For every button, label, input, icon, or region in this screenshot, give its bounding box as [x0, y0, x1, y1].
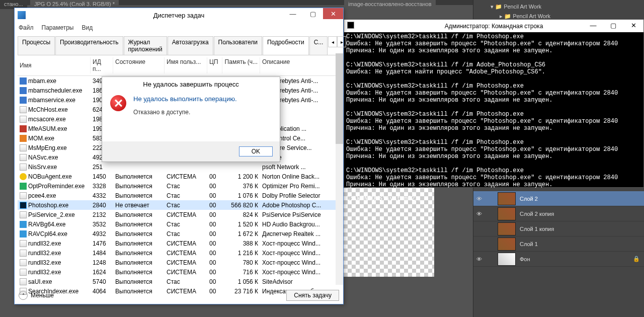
- process-user: Стас: [165, 230, 207, 237]
- process-icon: [20, 230, 27, 237]
- process-icon: [20, 250, 27, 257]
- col-user[interactable]: Имя польз...: [165, 57, 207, 73]
- process-desc: Хост-процесс Wind...: [260, 250, 338, 257]
- process-cpu: 00: [207, 250, 222, 257]
- process-state: Выполняется: [113, 192, 165, 199]
- process-row[interactable]: NOBuAgent.exe1450ВыполняетсяСИСТЕМА001 2…: [18, 172, 340, 181]
- taskmgr-max-button[interactable]: ▢: [303, 8, 323, 19]
- col-name[interactable]: Имя: [18, 57, 91, 73]
- cmd-close-button[interactable]: ✕: [623, 20, 643, 31]
- tab-1[interactable]: Производительность: [55, 36, 123, 55]
- tab-nav-left[interactable]: ◂: [328, 36, 337, 47]
- process-row[interactable]: rundll32.exe1476ВыполняетсяСИСТЕМА00388 …: [18, 239, 340, 248]
- process-cpu: 00: [207, 240, 222, 247]
- process-row[interactable]: OptProReminder.exe3328ВыполняетсяСтас003…: [18, 181, 340, 191]
- taskmgr-min-button[interactable]: —: [283, 8, 303, 19]
- process-desc: Хост-процесс Wind...: [260, 259, 338, 266]
- tab-4[interactable]: Пользователи: [214, 36, 262, 55]
- col-desc[interactable]: Описание: [260, 57, 338, 73]
- process-icon: [20, 183, 27, 190]
- layer-row[interactable]: Слой 1 копия: [473, 221, 644, 236]
- col-state[interactable]: Состояние: [113, 57, 165, 73]
- process-cpu: 00: [207, 192, 222, 199]
- ok-button[interactable]: OK: [239, 146, 273, 156]
- cmd-max-button[interactable]: ▢: [603, 20, 623, 31]
- tab-nav-right[interactable]: ▸: [337, 36, 346, 47]
- process-name: saUI.exe: [28, 278, 52, 285]
- process-state: Выполняется: [113, 240, 165, 247]
- taskmgr-columns: Имя ИД п... Состояние Имя польз... ЦП Па…: [18, 55, 340, 76]
- process-user: СИСТЕМА: [165, 173, 207, 180]
- menu-options[interactable]: Параметры: [42, 24, 74, 31]
- process-name: PsiService_2.exe: [28, 211, 75, 218]
- end-task-button[interactable]: Снять задачу: [286, 290, 339, 301]
- col-pid[interactable]: ИД п...: [91, 57, 113, 73]
- process-pid: 5740: [91, 278, 113, 285]
- process-row[interactable]: PsiService_2.exe2132ВыполняетсяСИСТЕМА00…: [18, 210, 340, 219]
- process-name: pcee4.exe: [28, 192, 56, 199]
- process-user: СИСТЕМА: [165, 240, 207, 247]
- process-user: СИСТЕМА: [165, 269, 207, 276]
- process-name: McChHost.exe: [28, 106, 68, 113]
- process-row[interactable]: NisSrv.exe251psoft Network ...: [18, 162, 340, 172]
- col-mem[interactable]: Память (ч...: [222, 57, 260, 73]
- visibility-icon[interactable]: 👁: [473, 256, 485, 262]
- process-icon: [20, 221, 27, 228]
- layer-group-1[interactable]: ▾ 📁 Pencil Art Work: [479, 2, 638, 12]
- process-row[interactable]: saUI.exe5740ВыполняетсяСтас001 056 КSite…: [18, 277, 340, 286]
- process-name: MfeASUM.exe: [28, 125, 67, 132]
- process-icon: [20, 97, 27, 104]
- layer-row[interactable]: 👁Слой 2 копия: [473, 206, 644, 221]
- ps-doc-tab-restored[interactable]: image-восстановлено-восстанов: [344, 0, 436, 9]
- process-mem: 566 820 К: [222, 202, 260, 209]
- process-desc: Хост-процесс Wind...: [260, 269, 338, 276]
- process-icon: [20, 278, 27, 285]
- menu-file[interactable]: Файл: [19, 24, 34, 31]
- process-row[interactable]: RAVCpl64.exe4932ВыполняетсяСтас001 672 К…: [18, 229, 340, 239]
- process-desc: Optimizer Pro Remi...: [260, 183, 338, 190]
- col-cpu[interactable]: ЦП: [207, 57, 222, 73]
- process-mem: 1 520 К: [222, 221, 260, 228]
- taskmgr-titlebar[interactable]: Диспетчер задач — ▢ ✕: [15, 8, 343, 22]
- cmd-min-button[interactable]: —: [583, 20, 603, 31]
- process-icon: [20, 135, 27, 142]
- taskmgr-close-button[interactable]: ✕: [323, 8, 343, 19]
- process-icon: [20, 269, 27, 276]
- menu-view[interactable]: Вид: [82, 24, 93, 31]
- process-icon: [20, 173, 27, 180]
- process-mem: 1 216 К: [222, 250, 260, 257]
- process-state: Выполняется: [113, 183, 165, 190]
- process-user: Стас: [165, 278, 207, 285]
- tab-5[interactable]: Подробности: [263, 36, 309, 55]
- cmd-title-text: Администратор: Командная строка: [445, 23, 543, 30]
- process-state: Выполняется: [113, 211, 165, 218]
- cmd-titlebar[interactable]: Администратор: Командная строка — ▢ ✕: [344, 20, 643, 32]
- process-pid: 1476: [91, 240, 113, 247]
- process-name: mbamscheduler.exe: [28, 87, 82, 94]
- layer-row[interactable]: Слой 1: [473, 236, 644, 252]
- process-name: rundll32.exe: [28, 269, 61, 276]
- process-row[interactable]: pcee4.exe4332ВыполняетсяСтас001 076 КDol…: [18, 191, 340, 200]
- visibility-icon[interactable]: 👁: [473, 211, 485, 217]
- process-desc: Хост-процесс Wind...: [260, 240, 338, 247]
- process-user: СИСТЕМА: [165, 211, 207, 218]
- process-row[interactable]: rundll32.exe1624ВыполняетсяСИСТЕМА00716 …: [18, 267, 340, 277]
- error-title[interactable]: Не удалось завершить процесс: [102, 77, 280, 91]
- layer-row[interactable]: 👁Фон🔒: [473, 252, 644, 267]
- tab-0[interactable]: Процессы: [18, 36, 55, 55]
- process-mem: 1 200 К: [222, 173, 260, 180]
- process-row[interactable]: RAVBg64.exe3532ВыполняетсяСтас001 520 КH…: [18, 219, 340, 229]
- cmd-output[interactable]: C:\WINDOWS\system32>taskkill /f /im Phot…: [344, 32, 643, 203]
- process-row[interactable]: rundll32.exe1248ВыполняетсяСИСТЕМА00780 …: [18, 258, 340, 267]
- process-mem: 780 К: [222, 259, 260, 266]
- process-desc: Adobe Photoshop C...: [260, 202, 338, 209]
- process-row[interactable]: Photoshop.exe2840Не отвечаетСтас00566 82…: [18, 200, 340, 210]
- tab-3[interactable]: Автозагрузка: [168, 36, 213, 55]
- tab-6[interactable]: С...: [309, 36, 328, 55]
- tab-2[interactable]: Журнал приложений: [124, 36, 167, 55]
- taskmgr-tabs: ПроцессыПроизводительностьЖурнал приложе…: [18, 36, 340, 55]
- fewer-details-button[interactable]: ˄ Меньше: [19, 291, 54, 300]
- scrollbar-thumb[interactable]: [336, 53, 343, 144]
- process-row[interactable]: rundll32.exe1484ВыполняетсяСИСТЕМА001 21…: [18, 248, 340, 258]
- process-user: СИСТЕМА: [165, 259, 207, 266]
